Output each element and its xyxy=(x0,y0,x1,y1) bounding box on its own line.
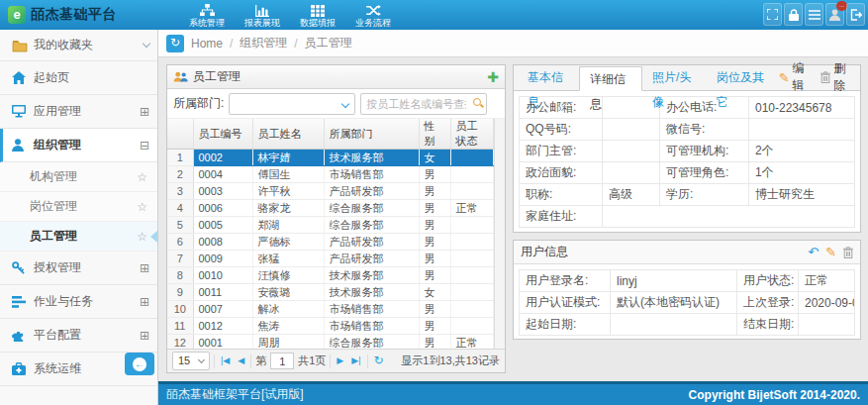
table-row[interactable]: 6 0008 严德标 产品研发部 男 xyxy=(167,234,494,251)
table-row[interactable]: 12 0001 周朋 综合服务部 男 正常 xyxy=(167,335,494,350)
sidebar-item-org-management[interactable]: 组织管理 ⊟ xyxy=(0,129,157,162)
sidebar-favorites[interactable]: 我的收藏夹 xyxy=(0,30,157,61)
table-row[interactable]: 2 0004 傅国生 市场销售部 男 xyxy=(167,166,494,183)
sidebar-item-label: 系统运维 xyxy=(34,360,140,377)
field-row: 用户认证模式: 默认(本地密码认证) 上次登录: 2020-09-04 17:5… xyxy=(520,292,855,314)
sidebar-item-label: 起始页 xyxy=(34,69,149,86)
trash-icon xyxy=(820,71,830,83)
breadcrumb-employee-management[interactable]: 员工管理 xyxy=(305,35,352,51)
table-row[interactable]: 5 0005 郑湖 综合服务部 男 xyxy=(167,217,494,234)
table-scrollbar[interactable] xyxy=(494,119,505,349)
trash-icon[interactable] xyxy=(843,247,853,258)
field-label: 政治面貌: xyxy=(520,162,603,184)
col-employee-name[interactable]: 员工姓名 xyxy=(252,119,324,150)
expand-icon[interactable]: ⊞ xyxy=(140,329,149,343)
sidebar-item-platform-config[interactable]: 平台配置 ⊞ xyxy=(0,319,157,353)
field-row: 用户登录名: linyj 用户状态: 正常 xyxy=(520,270,855,292)
logout-button[interactable] xyxy=(846,3,865,26)
col-gender[interactable]: 性别 xyxy=(419,119,450,150)
sidebar-collapse-button[interactable]: ← xyxy=(125,353,154,375)
nav-report-display[interactable]: 报表展现 xyxy=(239,2,286,29)
collapse-icon[interactable]: ⊟ xyxy=(140,139,149,152)
undo-icon[interactable]: ↶ xyxy=(808,245,819,259)
star-icon[interactable]: ☆ xyxy=(137,170,147,184)
sidebar-child-institution[interactable]: 机构管理 ☆ xyxy=(0,162,157,192)
user-icon xyxy=(12,139,34,152)
detail-fields-table: 办公邮箱: 办公电话: 010-22345678 QQ号码: 微信号: 部门主管… xyxy=(519,96,855,228)
star-icon[interactable]: ☆ xyxy=(137,230,147,244)
sidebar-child-position[interactable]: 岗位管理 ☆ xyxy=(0,192,157,222)
expand-icon[interactable]: ⊞ xyxy=(140,105,149,119)
people-icon xyxy=(173,71,188,82)
next-page-button[interactable]: ▶ xyxy=(335,352,345,370)
nav-business-flow[interactable]: 业务流程 xyxy=(349,2,397,29)
sidebar-item-authorization[interactable]: 授权管理 ⊞ xyxy=(0,252,157,285)
search-icon[interactable] xyxy=(473,98,481,106)
table-row[interactable]: 9 0011 安薇璐 技术服务部 女 xyxy=(167,284,494,301)
sidebar-item-label: 作业与任务 xyxy=(34,293,140,310)
add-employee-button[interactable]: ✚ xyxy=(487,70,499,84)
pencil-icon[interactable]: ✎ xyxy=(825,245,836,259)
sidebar-item-app-management[interactable]: 应用管理 ⊞ xyxy=(0,95,157,129)
page-number-input[interactable] xyxy=(270,353,294,369)
pager-refresh-button[interactable]: ↻ xyxy=(372,352,386,370)
delete-button[interactable]: 删除 xyxy=(820,60,852,94)
menu-button[interactable] xyxy=(805,3,823,26)
table-row[interactable]: 7 0009 张猛 产品研发部 男 xyxy=(167,251,494,267)
field-value xyxy=(749,119,855,141)
expand-icon[interactable]: ⊞ xyxy=(140,295,149,309)
tab-basic-info[interactable]: 基本信息 xyxy=(518,65,579,90)
user-info-panel: 用户信息 ↶ ✎ 用户登录名: linyj 用户状态: 正常 用户认证模式: 默… xyxy=(513,240,861,340)
last-page-button[interactable]: ▶| xyxy=(349,352,362,370)
sidebar-child-employee[interactable]: 员工管理 ☆ xyxy=(0,222,157,252)
col-status[interactable]: 员工状态 xyxy=(450,119,494,150)
tab-detail-info[interactable]: 详细信息 xyxy=(579,66,642,91)
page-size-select[interactable]: 15 xyxy=(172,352,210,370)
employee-panel-title: 员工管理 xyxy=(193,68,487,85)
sidebar-item-jobs-tasks[interactable]: 作业与任务 ⊞ xyxy=(0,285,157,319)
first-page-button[interactable]: |◀ xyxy=(219,352,232,370)
employee-search-input[interactable] xyxy=(360,93,487,115)
puzzle-icon xyxy=(12,329,34,342)
employee-grid: 员工编号 员工姓名 所属部门 性别 员工状态 1 0002 林宇婧 技术服务部 … xyxy=(167,119,505,349)
sidebar-item-home[interactable]: 起始页 xyxy=(0,61,157,95)
col-employee-id[interactable]: 员工编号 xyxy=(193,119,252,150)
breadcrumb-org-management[interactable]: 组织管理 xyxy=(240,35,287,51)
table-row[interactable]: 8 0010 汪慎修 技术服务部 男 xyxy=(167,267,494,284)
dept-select[interactable] xyxy=(229,93,355,115)
fullscreen-button[interactable] xyxy=(763,3,782,26)
field-label: 用户登录名: xyxy=(520,270,611,292)
field-row: 职称: 高级 学历: 博士研究生 xyxy=(520,184,855,206)
table-row[interactable]: 10 0007 解冰 市场销售部 男 xyxy=(167,301,494,318)
chevron-down-icon xyxy=(341,99,349,107)
breadcrumb-home[interactable]: Home xyxy=(191,37,223,51)
tab-photo-avatar[interactable]: 照片/头像 xyxy=(642,65,707,90)
prev-page-button[interactable]: ◀ xyxy=(236,352,246,370)
field-label: 学历: xyxy=(660,184,749,206)
field-label: 用户状态: xyxy=(737,270,799,292)
expand-icon[interactable]: ⊞ xyxy=(140,261,149,275)
user-panel-title: 用户信息 xyxy=(521,244,808,260)
field-value: 010-22345678 xyxy=(749,97,855,119)
table-row[interactable]: 3 0003 许平秋 产品研发部 男 xyxy=(167,183,494,200)
tab-position-other[interactable]: 岗位及其它 xyxy=(707,65,779,90)
org-chart-icon xyxy=(183,4,231,18)
nav-system-management[interactable]: 系统管理 xyxy=(183,2,231,29)
table-row[interactable]: 11 0012 焦涛 市场销售部 男 xyxy=(167,318,494,335)
divider xyxy=(330,354,331,368)
field-value: 正常 xyxy=(799,270,855,292)
divider xyxy=(367,354,368,368)
user-avatar-button[interactable]: ... xyxy=(825,3,844,26)
field-value xyxy=(799,314,855,336)
footer-copyright: Copyright BijetSoft 2014-2020. xyxy=(689,388,860,402)
star-icon[interactable]: ☆ xyxy=(137,200,147,214)
refresh-button[interactable]: ↻ xyxy=(166,35,184,52)
edit-button[interactable]: ✎ 编辑 xyxy=(779,60,812,94)
table-row[interactable]: 1 0002 林宇婧 技术服务部 女 xyxy=(167,150,494,166)
nav-data-entry[interactable]: 数据填报 xyxy=(294,2,341,29)
sidebar-item-label: 平台配置 xyxy=(34,327,140,344)
col-department[interactable]: 所属部门 xyxy=(324,119,419,150)
table-row[interactable]: 4 0006 骆家龙 综合服务部 男 正常 xyxy=(167,200,494,217)
header-actions: ... xyxy=(763,3,865,26)
lock-button[interactable] xyxy=(784,3,803,26)
